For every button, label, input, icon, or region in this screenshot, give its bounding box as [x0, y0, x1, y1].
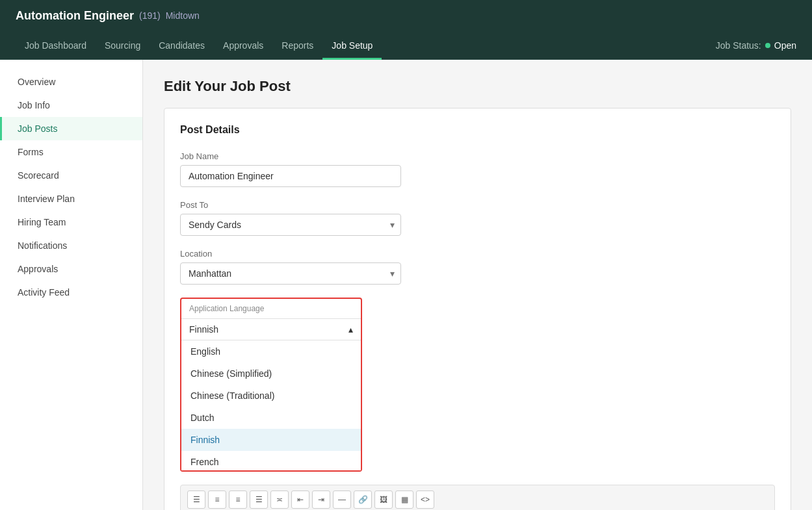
lang-option-finnish[interactable]: Finnish — [181, 429, 361, 451]
lang-option-dutch[interactable]: Dutch — [181, 407, 361, 429]
sidebar-item-activity-feed[interactable]: Activity Feed — [0, 281, 142, 304]
sidebar-item-forms[interactable]: Forms — [0, 140, 142, 164]
post-to-select[interactable]: Sendy Cards — [180, 214, 401, 236]
post-details-card: Post Details Job Name Post To Sendy Card… — [164, 108, 791, 510]
top-header: Automation Engineer (191) Midtown — [0, 0, 812, 31]
nav-candidates[interactable]: Candidates — [150, 31, 214, 60]
app-language-selected-text: Finnish — [189, 324, 218, 335]
app-language-dropdown[interactable]: Application Language Finnish English Chi… — [180, 298, 362, 472]
toolbar-align-center-button[interactable]: ≡ — [208, 491, 226, 509]
card-title: Post Details — [180, 124, 775, 136]
location-select[interactable]: Manhattan — [180, 262, 401, 285]
sidebar-item-job-info[interactable]: Job Info — [0, 94, 142, 117]
job-title: Automation Engineer — [16, 9, 134, 23]
toolbar-code-button[interactable]: <> — [416, 491, 434, 509]
sidebar-item-approvals[interactable]: Approvals — [0, 257, 142, 281]
nav-bar: Job Dashboard Sourcing Candidates Approv… — [0, 31, 812, 60]
nav-sourcing[interactable]: Sourcing — [96, 31, 150, 60]
editor-toolbar: ☰ ≡ ≡ ☰ ≍ ⇤ ⇥ — 🔗 🖼 ▦ <> — [180, 485, 775, 510]
toolbar-hr-button[interactable]: — — [333, 491, 351, 509]
toolbar-link-button[interactable]: 🔗 — [354, 491, 372, 509]
job-status-label: Job Status: — [716, 40, 761, 51]
post-to-label: Post To — [180, 200, 775, 210]
toolbar-numbered-list-button[interactable]: ≍ — [270, 491, 289, 509]
main-content: Edit Your Job Post Post Details Job Name… — [143, 60, 812, 510]
toolbar-table-button[interactable]: ▦ — [395, 491, 413, 509]
job-name-input[interactable] — [180, 165, 401, 187]
app-language-options: English Chinese (Simplified) Chinese (Tr… — [181, 340, 361, 470]
sidebar: Overview Job Info Job Posts Forms Scorec… — [0, 60, 143, 510]
job-name-group: Job Name — [180, 151, 775, 187]
page-title: Edit Your Job Post — [164, 78, 791, 95]
nav-job-setup[interactable]: Job Setup — [322, 31, 382, 60]
app-language-label: Application Language — [181, 299, 361, 319]
toolbar-bullet-list-button[interactable]: ☰ — [250, 491, 268, 509]
toolbar-outdent-button[interactable]: ⇤ — [291, 491, 309, 509]
toolbar-align-left-button[interactable]: ☰ — [187, 491, 205, 509]
toolbar-image-button[interactable]: 🖼 — [374, 491, 393, 509]
sidebar-item-notifications[interactable]: Notifications — [0, 234, 142, 257]
sidebar-item-interview-plan[interactable]: Interview Plan — [0, 187, 142, 210]
nav-job-dashboard[interactable]: Job Dashboard — [16, 31, 96, 60]
status-dot-icon — [765, 43, 770, 48]
app-language-selected[interactable]: Finnish — [181, 319, 361, 340]
job-status: Job Status: Open — [716, 40, 796, 51]
lang-option-chinese-simplified[interactable]: Chinese (Simplified) — [181, 363, 361, 385]
sidebar-item-job-posts[interactable]: Job Posts — [0, 117, 142, 140]
sidebar-item-scorecard[interactable]: Scorecard — [0, 164, 142, 187]
app-language-chevron-icon — [348, 324, 353, 335]
job-status-value: Open — [774, 40, 796, 51]
toolbar-indent-button[interactable]: ⇥ — [312, 491, 330, 509]
post-to-group: Post To Sendy Cards — [180, 200, 775, 236]
location-label: Location — [180, 249, 775, 259]
sidebar-item-overview[interactable]: Overview — [0, 70, 142, 94]
app-language-group: Application Language Finnish English Chi… — [180, 298, 775, 472]
nav-reports[interactable]: Reports — [272, 31, 322, 60]
main-layout: Overview Job Info Job Posts Forms Scorec… — [0, 60, 812, 510]
lang-option-english[interactable]: English — [181, 340, 361, 363]
toolbar-align-right-button[interactable]: ≡ — [229, 491, 247, 509]
sidebar-item-hiring-team[interactable]: Hiring Team — [0, 210, 142, 234]
lang-option-chinese-traditional[interactable]: Chinese (Traditional) — [181, 385, 361, 407]
job-name-label: Job Name — [180, 151, 775, 161]
lang-option-french[interactable]: French — [181, 451, 361, 470]
job-id: (191) — [139, 10, 161, 21]
location-group: Location Manhattan — [180, 249, 775, 285]
location-select-wrapper: Manhattan — [180, 262, 401, 285]
nav-approvals[interactable]: Approvals — [214, 31, 272, 60]
post-to-select-wrapper: Sendy Cards — [180, 214, 401, 236]
job-location: Midtown — [166, 10, 200, 21]
